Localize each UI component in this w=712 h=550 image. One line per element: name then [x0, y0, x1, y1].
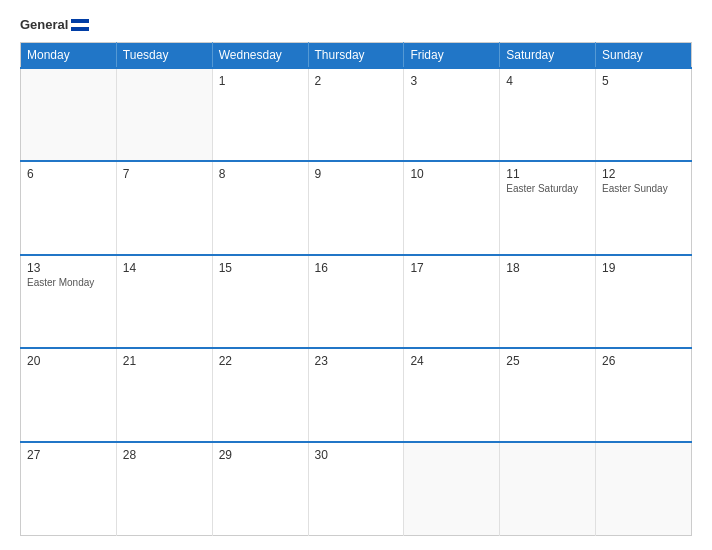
day-number: 20: [27, 354, 110, 368]
header: General: [20, 18, 692, 32]
day-number: 16: [315, 261, 398, 275]
day-number: 13: [27, 261, 110, 275]
day-number: 3: [410, 74, 493, 88]
calendar-cell: [596, 442, 692, 536]
day-number: 8: [219, 167, 302, 181]
calendar-cell: 7: [116, 161, 212, 255]
calendar-week-row: 20212223242526: [21, 348, 692, 442]
page: General MondayTuesdayWednesdayThursdayFr…: [0, 0, 712, 550]
weekday-header: Monday: [21, 42, 117, 68]
calendar-cell: 24: [404, 348, 500, 442]
calendar-cell: 18: [500, 255, 596, 349]
calendar-cell: [116, 68, 212, 162]
day-number: 10: [410, 167, 493, 181]
calendar-cell: 8: [212, 161, 308, 255]
calendar-cell: [500, 442, 596, 536]
day-number: 1: [219, 74, 302, 88]
calendar-cell: 28: [116, 442, 212, 536]
weekday-header: Thursday: [308, 42, 404, 68]
svg-rect-2: [71, 27, 89, 31]
day-number: 15: [219, 261, 302, 275]
day-event: Easter Saturday: [506, 183, 589, 194]
day-number: 7: [123, 167, 206, 181]
calendar-cell: 20: [21, 348, 117, 442]
day-number: 26: [602, 354, 685, 368]
calendar-cell: 19: [596, 255, 692, 349]
day-number: 29: [219, 448, 302, 462]
day-number: 17: [410, 261, 493, 275]
weekday-header: Wednesday: [212, 42, 308, 68]
day-number: 18: [506, 261, 589, 275]
calendar-week-row: 12345: [21, 68, 692, 162]
day-number: 9: [315, 167, 398, 181]
calendar-cell: 27: [21, 442, 117, 536]
weekday-header: Sunday: [596, 42, 692, 68]
weekday-header: Tuesday: [116, 42, 212, 68]
day-number: 24: [410, 354, 493, 368]
logo-flag-icon: [71, 19, 89, 31]
day-number: 2: [315, 74, 398, 88]
calendar-week-row: 67891011Easter Saturday12Easter Sunday: [21, 161, 692, 255]
logo: General: [20, 18, 89, 32]
day-number: 21: [123, 354, 206, 368]
calendar-cell: 11Easter Saturday: [500, 161, 596, 255]
day-number: 6: [27, 167, 110, 181]
calendar-cell: 4: [500, 68, 596, 162]
calendar-cell: 10: [404, 161, 500, 255]
calendar-cell: 26: [596, 348, 692, 442]
day-event: Easter Monday: [27, 277, 110, 288]
calendar-cell: 5: [596, 68, 692, 162]
svg-rect-0: [71, 19, 89, 23]
day-number: 28: [123, 448, 206, 462]
day-number: 30: [315, 448, 398, 462]
day-number: 4: [506, 74, 589, 88]
calendar-cell: 23: [308, 348, 404, 442]
calendar-cell: 29: [212, 442, 308, 536]
calendar-cell: 14: [116, 255, 212, 349]
calendar-cell: 17: [404, 255, 500, 349]
calendar-cell: [404, 442, 500, 536]
calendar-cell: 1: [212, 68, 308, 162]
calendar-cell: 16: [308, 255, 404, 349]
calendar-cell: 13Easter Monday: [21, 255, 117, 349]
logo-general-text: General: [20, 18, 89, 32]
day-number: 14: [123, 261, 206, 275]
calendar-week-row: 13Easter Monday141516171819: [21, 255, 692, 349]
day-number: 5: [602, 74, 685, 88]
calendar-table: MondayTuesdayWednesdayThursdayFridaySatu…: [20, 42, 692, 536]
day-number: 19: [602, 261, 685, 275]
svg-rect-1: [71, 23, 89, 27]
day-number: 25: [506, 354, 589, 368]
weekday-header: Friday: [404, 42, 500, 68]
calendar-week-row: 27282930: [21, 442, 692, 536]
day-number: 22: [219, 354, 302, 368]
day-number: 27: [27, 448, 110, 462]
calendar-cell: 2: [308, 68, 404, 162]
calendar-cell: 3: [404, 68, 500, 162]
calendar-cell: 12Easter Sunday: [596, 161, 692, 255]
calendar-cell: 22: [212, 348, 308, 442]
calendar-cell: [21, 68, 117, 162]
day-number: 23: [315, 354, 398, 368]
calendar-cell: 25: [500, 348, 596, 442]
day-number: 11: [506, 167, 589, 181]
calendar-cell: 21: [116, 348, 212, 442]
weekday-header: Saturday: [500, 42, 596, 68]
day-number: 12: [602, 167, 685, 181]
calendar-cell: 30: [308, 442, 404, 536]
day-event: Easter Sunday: [602, 183, 685, 194]
calendar-cell: 15: [212, 255, 308, 349]
calendar-cell: 9: [308, 161, 404, 255]
weekday-header-row: MondayTuesdayWednesdayThursdayFridaySatu…: [21, 42, 692, 68]
calendar-cell: 6: [21, 161, 117, 255]
